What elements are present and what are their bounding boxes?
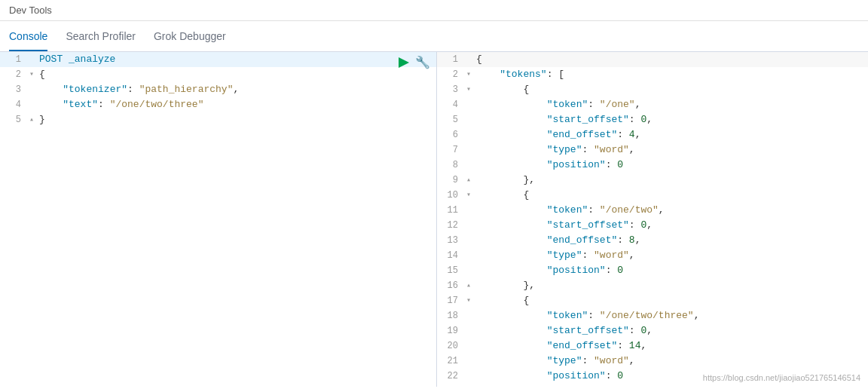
- right-line-15: 15 "position": 0: [437, 263, 868, 278]
- left-line-5: 5 ▴ }: [0, 112, 436, 127]
- right-line-19: 19 "start_offset": 0,: [437, 323, 868, 338]
- right-line-8: 8 "position": 0: [437, 158, 868, 173]
- right-line-20: 20 "end_offset": 14,: [437, 338, 868, 354]
- run-button[interactable]: [399, 57, 409, 68]
- right-line-3: 3 ▾ {: [437, 82, 868, 97]
- right-line-16: 16 ▴ },: [437, 278, 868, 293]
- settings-button[interactable]: 🔧: [415, 55, 430, 69]
- title-bar: Dev Tools: [0, 0, 868, 21]
- tab-grok-debugger[interactable]: Grok Debugger: [154, 21, 226, 51]
- watermark: https://blog.csdn.net/jiaojiao5217651465…: [703, 373, 860, 382]
- main-content: 🔧 1 POST _analyze 2 ▾ { 3 "tokenizer": "…: [0, 52, 868, 387]
- tab-search-profiler[interactable]: Search Profiler: [66, 21, 136, 51]
- tab-bar: Console Search Profiler Grok Debugger: [0, 21, 868, 52]
- left-line-2: 2 ▾ {: [0, 67, 436, 82]
- right-code-area: 1 { 2 ▾ "tokens": [ 3 ▾ { 4: [437, 52, 868, 387]
- tab-console[interactable]: Console: [9, 21, 47, 51]
- left-line-1: 1 POST _analyze: [0, 52, 436, 67]
- right-line-4: 4 "token": "/one",: [437, 97, 868, 112]
- left-line-4: 4 "text": "/one/two/three": [0, 97, 436, 112]
- right-line-21: 21 "type": "word",: [437, 354, 868, 369]
- right-line-14: 14 "type": "word",: [437, 248, 868, 263]
- right-panel: 1 { 2 ▾ "tokens": [ 3 ▾ { 4: [437, 52, 868, 387]
- right-line-23: 23 ▴ }: [437, 384, 868, 387]
- right-line-7: 7 "type": "word",: [437, 142, 868, 158]
- right-line-5: 5 "start_offset": 0,: [437, 112, 868, 127]
- right-line-12: 12 "start_offset": 0,: [437, 218, 868, 233]
- right-line-18: 18 "token": "/one/two/three",: [437, 308, 868, 323]
- right-line-2: 2 ▾ "tokens": [: [437, 67, 868, 82]
- right-line-13: 13 "end_offset": 8,: [437, 233, 868, 248]
- left-code-area: 1 POST _analyze 2 ▾ { 3 "tokenizer": "pa…: [0, 52, 436, 387]
- right-line-11: 11 "token": "/one/two",: [437, 203, 868, 218]
- left-line-3: 3 "tokenizer": "path_hierarchy",: [0, 82, 436, 97]
- right-line-1: 1 {: [437, 52, 868, 67]
- right-line-17: 17 ▾ {: [437, 293, 868, 308]
- right-line-10: 10 ▾ {: [437, 188, 868, 203]
- right-line-9: 9 ▴ },: [437, 173, 868, 188]
- left-panel: 🔧 1 POST _analyze 2 ▾ { 3 "tokenizer": "…: [0, 52, 437, 387]
- right-line-6: 6 "end_offset": 4,: [437, 127, 868, 142]
- app-title: Dev Tools: [9, 5, 52, 16]
